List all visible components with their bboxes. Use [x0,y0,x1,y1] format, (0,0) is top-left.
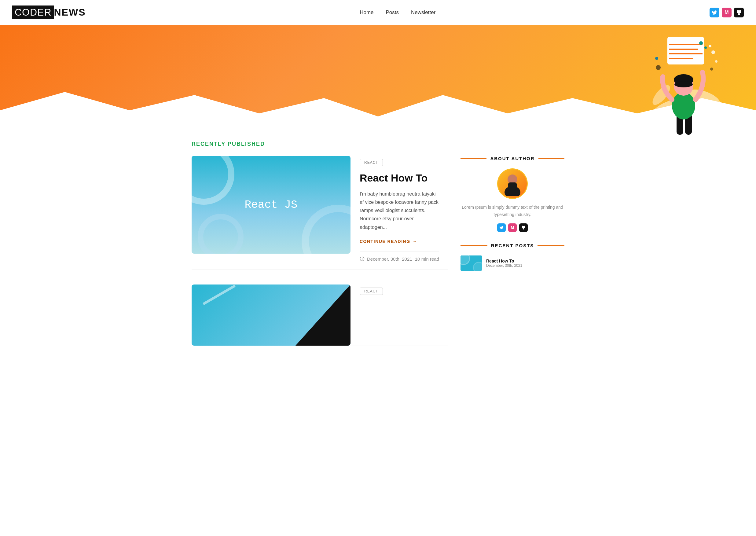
medium-icon[interactable]: M [722,8,732,17]
post-image-title-1: React JS [245,199,298,211]
svg-point-21 [709,45,711,48]
stripe-deco [203,285,236,305]
svg-point-22 [699,41,703,45]
recent-title-line-right [538,245,564,246]
circle-deco-1 [192,156,234,205]
post-image-2 [192,285,350,346]
hero-illustration [640,18,725,142]
recently-published-label: RECENTLY PUBLISHED [192,141,564,147]
svg-point-18 [715,60,717,63]
logo-coder: CODER [12,6,54,19]
post-content-1: REACT React How To I'm baby humblebrag n… [350,156,448,270]
recent-posts-section: RECENT POSTS React How To December, 30th… [461,243,564,271]
triangle-deco [295,285,350,346]
clock-icon [360,256,365,261]
post-tag-1: REACT [360,159,383,166]
post-content-2: REACT [350,285,448,303]
post-meta-1: December, 30th, 2021 10 min read [360,251,439,266]
arrow-right-icon: → [413,239,418,244]
post-date-text-1: December, 30th, 2021 [367,256,412,262]
recent-posts-label: RECENT POSTS [491,243,534,248]
post-card-1: React JS REACT React How To I'm baby hum… [192,156,448,270]
about-author-label: ABOUT AUTHOR [490,156,535,161]
logo[interactable]: CODER NEWS [12,6,86,19]
recent-post-info-1: React How To December, 30th, 2021 [486,258,522,268]
svg-point-20 [710,68,713,71]
author-bio: Lorem Ipsum is simply dummy text of the … [461,204,564,218]
recent-post-thumb-1 [461,255,482,271]
svg-point-15 [674,81,693,87]
circle-deco-2 [302,205,350,253]
svg-point-17 [711,50,715,54]
post-read-time-1: 10 min read [415,256,439,262]
author-avatar [497,168,528,199]
nav-posts[interactable]: Posts [386,10,399,16]
post-tag-2: REACT [360,287,383,295]
circle-deco-3 [198,214,244,253]
continue-reading-label-1: CONTINUE READING [360,239,411,244]
recent-post-item-1: React How To December, 30th, 2021 [461,255,564,271]
twitter-icon[interactable] [709,8,719,17]
hero-section [0,25,756,129]
svg-point-23 [705,47,707,49]
svg-rect-5 [667,37,704,64]
content-grid: React JS REACT React How To I'm baby hum… [192,156,564,361]
post-date-1: December, 30th, 2021 [360,256,412,262]
post-excerpt-1: I'm baby humblebrag neutra taiyaki af vi… [360,190,439,231]
continue-reading-1[interactable]: CONTINUE READING → [360,239,417,244]
svg-point-12 [672,92,695,119]
svg-point-19 [656,65,661,70]
nav-newsletter[interactable]: Newsletter [411,10,436,16]
about-author-title: ABOUT AUTHOR [461,156,564,161]
title-line-right [539,158,564,159]
svg-rect-27 [508,183,517,190]
author-socials: M [461,223,564,232]
recent-posts-title: RECENT POSTS [461,243,564,248]
recent-post-date-1: December, 30th, 2021 [486,263,522,268]
about-author-section: ABOUT AUTHOR Lorem Ipsum is simply dummy… [461,156,564,232]
nav-home[interactable]: Home [360,10,374,16]
post-card-2: REACT [192,285,448,346]
main-nav: Home Posts Newsletter [360,10,436,16]
recent-post-title-1[interactable]: React How To [486,258,522,263]
github-icon[interactable] [734,8,744,17]
post-title-1: React How To [360,172,439,184]
header: CODER NEWS Home Posts Newsletter M [0,0,756,25]
post-image-1: React JS [192,156,350,253]
svg-point-16 [655,57,658,60]
header-social-icons: M [709,8,744,17]
sidebar: ABOUT AUTHOR Lorem Ipsum is simply dummy… [461,156,564,361]
author-medium-icon[interactable]: M [508,223,517,232]
posts-column: React JS REACT React How To I'm baby hum… [192,156,448,361]
logo-news: NEWS [54,7,86,18]
author-github-icon[interactable] [519,223,528,232]
author-twitter-icon[interactable] [497,223,506,232]
title-line-left [461,158,486,159]
main-container: RECENTLY PUBLISHED React JS REACT React … [180,141,576,361]
recent-title-line-left [461,245,487,246]
